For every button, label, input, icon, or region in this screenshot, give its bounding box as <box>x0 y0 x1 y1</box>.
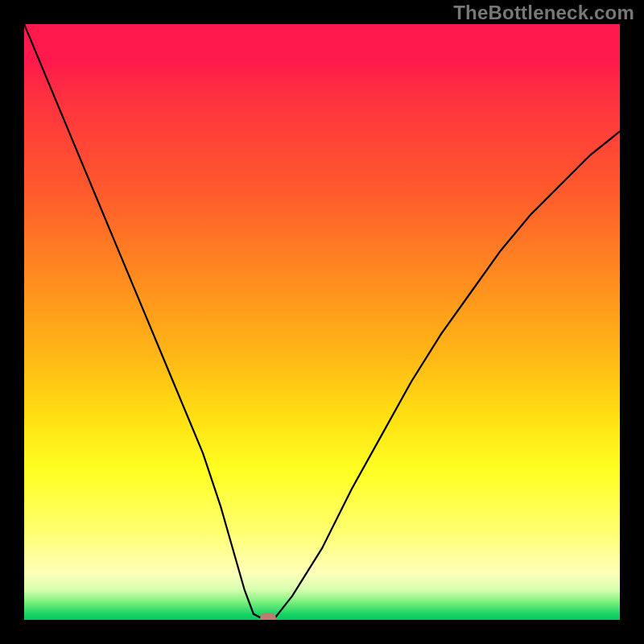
bottleneck-curve <box>24 24 620 620</box>
curve-path <box>24 24 620 619</box>
watermark-text: TheBottleneck.com <box>453 2 634 24</box>
chart-frame: TheBottleneck.com <box>0 0 644 644</box>
plot-area <box>24 24 620 620</box>
minimum-marker-icon <box>260 613 276 620</box>
